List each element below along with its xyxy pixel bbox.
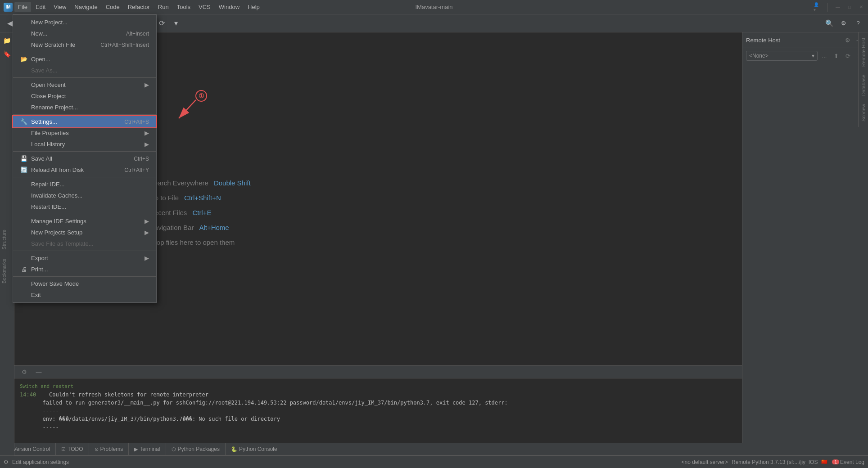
settings-button[interactable]: ⚙ [837,17,850,30]
search-everywhere-button[interactable]: 🔍 [823,17,836,30]
tab-terminal[interactable]: ▶ Terminal [129,443,166,455]
separator-4 [13,151,156,152]
menu-navigate[interactable]: Navigate [71,2,101,12]
recent-files-shortcut: Ctrl+E [192,209,211,216]
menu-new-scratch[interactable]: New Scratch File Ctrl+Alt+Shift+Insert [13,39,156,50]
menu-new-project[interactable]: New Project... [13,17,156,28]
statusbar: ⚙ Edit application settings <no default … [0,455,868,468]
menu-run[interactable]: Run [154,2,172,12]
menu-code[interactable]: Code [102,2,123,12]
menu-save-as-label: Save As... [31,67,58,74]
console-line-1: Switch and restart [20,382,737,391]
vtab-sciview[interactable]: SciView [859,100,868,125]
vtab-bookmarks[interactable]: Bookmarks [0,254,8,288]
tab-python-console[interactable]: 🐍 Python Console [226,443,283,455]
separator-1 [13,52,156,52]
event-log-area[interactable]: 1 Event Log [831,459,864,465]
statusbar-edit-text: Edit application settings [12,459,69,465]
remote-host-refresh[interactable]: ⟳ [843,51,853,61]
search-everywhere-shortcut: Double Shift [214,179,251,187]
minimize-button[interactable]: — [835,4,841,10]
menu-file-properties[interactable]: File Properties ▶ [13,127,156,139]
remote-host-select-row: <None> ▾ ... ⬆ ⟳ ✕ [742,48,868,63]
menu-reload-all[interactable]: 🔄 Reload All from Disk Ctrl+Alt+Y [13,164,156,176]
menu-reload-all-shortcut: Ctrl+Alt+Y [124,167,149,173]
statusbar-no-server: <no default server> [682,459,728,465]
remote-host-ellipsis[interactable]: ... [819,51,829,61]
menu-open[interactable]: 📂 Open... [13,54,156,65]
remote-host-value: <None> [749,53,769,59]
china-flag-icon: 🇨🇳 [821,459,827,465]
menu-reload-all-label: Reload All from Disk [31,166,84,173]
tab-python-packages[interactable]: ⬡ Python Packages [166,443,226,455]
menu-exit-label: Exit [31,292,41,298]
menu-new-projects-setup[interactable]: New Projects Setup ▶ [13,227,156,238]
vtab-remote-host[interactable]: Remote Host [859,34,868,70]
menu-save-as[interactable]: Save As... [13,65,156,76]
menu-restart-ide[interactable]: Restart IDE... [13,201,156,212]
separator-6 [13,214,156,214]
separator-5 [13,177,156,177]
menu-export[interactable]: Export ▶ [13,252,156,264]
left-vertical-tabs: Structure Bookmarks [0,225,8,288]
gear-icon: ⚙ [4,459,9,465]
event-log-label: Event Log [840,459,864,465]
menu-manage-ide[interactable]: Manage IDE Settings ▶ [13,216,156,227]
menu-local-history[interactable]: Local History ▶ [13,139,156,150]
console-detail: failed to run generator3/__main__.py for… [43,400,508,406]
remote-host-settings-icon[interactable]: ⚙ [843,35,853,45]
vtab-database[interactable]: Database [859,71,868,99]
menu-power-save[interactable]: Power Save Mode [13,278,156,289]
menu-help[interactable]: Help [244,2,263,12]
console-env-error: env: ���/data1/envs/jiy_IM_37/bin/python… [43,416,280,422]
menu-refactor[interactable]: Refactor [124,2,154,12]
refresh-button[interactable]: ⟳ [155,17,168,30]
terminal-icon: ▶ [134,446,138,452]
menu-close-project[interactable]: Close Project [13,90,156,102]
maximize-button[interactable]: □ [846,4,853,10]
menu-rename-project[interactable]: Rename Project... [13,102,156,113]
tab-version-control-label: Version Control [13,446,50,452]
menu-new-scratch-label: New Scratch File [31,41,75,48]
menu-vcs[interactable]: VCS [195,2,214,12]
menu-window[interactable]: Window [215,2,243,12]
remote-host-dropdown[interactable]: <None> ▾ [746,51,818,61]
search-everywhere-row: Search Everywhere Double Shift [149,179,251,187]
console-settings-icon[interactable]: ⚙ [18,366,31,378]
more-button[interactable]: ▾ [170,17,182,30]
menu-new[interactable]: New... Alt+Insert [13,28,156,39]
menu-open-recent[interactable]: Open Recent ▶ [13,79,156,90]
menu-power-save-label: Power Save Mode [31,280,79,287]
menu-repair-ide[interactable]: Repair IDE... [13,179,156,190]
menu-print-label: Print... [31,266,48,273]
menu-settings[interactable]: 🔧 Settings... Ctrl+Alt+S [13,116,156,127]
tab-todo[interactable]: ☑ TODO [56,443,89,455]
menu-view[interactable]: View [50,2,70,12]
menu-tools[interactable]: Tools [173,2,194,12]
menu-exit[interactable]: Exit [13,289,156,301]
menu-save-file-template[interactable]: Save File as Template... [13,238,156,249]
menu-invalidate-caches[interactable]: Invalidate Caches... [13,190,156,201]
vtab-structure[interactable]: Structure [0,225,8,254]
print-icon: 🖨 [20,266,27,273]
menu-save-all-shortcut: Ctrl+S [134,156,149,162]
menu-save-all[interactable]: 💾 Save All Ctrl+S [13,153,156,164]
help-button[interactable]: ? [852,17,864,30]
console-line-6: ----- [20,423,737,431]
menu-print[interactable]: 🖨 Print... [13,264,156,275]
remote-host-upload[interactable]: ⬆ [831,51,841,61]
sidebar-bookmark-icon[interactable]: 🔖 [1,48,14,60]
separator-3 [13,114,156,115]
console-toolbar: ⚙ — [14,366,742,378]
event-log-badge: 1 [832,459,839,464]
console-collapse-icon[interactable]: — [32,366,45,378]
remote-host-dropdown-arrow: ▾ [812,53,814,59]
menu-edit[interactable]: Edit [32,2,49,12]
tab-problems[interactable]: ⊙ Problems [89,443,129,455]
sidebar-project-icon[interactable]: 📁 [1,34,14,47]
close-button[interactable]: ✕ [858,4,864,10]
menu-file[interactable]: File [14,2,31,12]
drop-files-row: Drop files here to open them [149,238,235,246]
user-icon[interactable]: 👤 ▾ [814,4,820,10]
settings-menu-icon: 🔧 [20,118,27,125]
